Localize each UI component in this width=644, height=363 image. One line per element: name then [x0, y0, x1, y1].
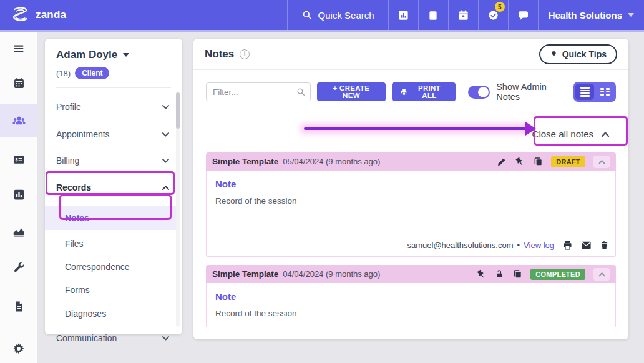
chevron-up-icon: [598, 272, 605, 277]
gear-icon: [12, 342, 26, 356]
collapse-note-button[interactable]: [593, 268, 610, 281]
note-header[interactable]: Simple Template 04/04/2024 (9 months ago…: [206, 265, 616, 283]
page-title: Notes: [205, 48, 234, 61]
sidebar-item-reports[interactable]: [0, 180, 37, 209]
filter-input[interactable]: [206, 82, 311, 101]
search-icon: [296, 87, 306, 97]
note-section-heading: Note: [207, 283, 615, 302]
brand-logo[interactable]: zanda: [0, 6, 66, 24]
sidebar-item-forms[interactable]: Forms: [45, 282, 182, 298]
create-new-button[interactable]: + CREATE NEW: [317, 82, 386, 101]
calendar-icon: [12, 77, 26, 90]
note-body: Note Record of the session: [206, 283, 616, 327]
hamburger-icon: [12, 42, 25, 55]
client-type-badge: Client: [75, 67, 109, 79]
sidebar-item-appointments[interactable]: Appointments: [45, 126, 182, 142]
sidebar-item-tools[interactable]: [0, 253, 37, 282]
scrollbar[interactable]: [176, 92, 180, 327]
top-navigation-bar: zanda Quick Search: [0, 0, 644, 30]
sidebar-item-correspondence[interactable]: Correspondence: [45, 259, 182, 275]
note-author-email: samuel@healthsolutions.com: [407, 241, 514, 250]
delete-note-icon[interactable]: [600, 240, 609, 251]
close-all-notes-label: Close all notes: [532, 129, 593, 139]
sidebar-item-analytics[interactable]: [0, 217, 37, 246]
note-body: Note Record of the session samuel@health…: [206, 171, 616, 257]
show-admin-notes-toggle[interactable]: [468, 86, 490, 99]
chevron-down-icon: [628, 13, 634, 17]
print-note-icon[interactable]: [562, 240, 573, 251]
client-age: (18): [56, 69, 71, 78]
topbar-accent-strip: [0, 30, 644, 32]
menu-label: Appointments: [56, 129, 110, 139]
show-admin-notes-label: Show Admin Notes: [496, 82, 567, 102]
quick-tips-button[interactable]: Quick Tips: [539, 44, 617, 64]
pin-icon[interactable]: [513, 154, 527, 168]
reports-button[interactable]: [388, 0, 418, 30]
sidebar-item-invoices[interactable]: $: [0, 145, 37, 174]
sidebar-item-settings[interactable]: [0, 334, 37, 363]
sidebar-item-profile[interactable]: Profile: [45, 99, 182, 115]
toggle-knob: [478, 87, 489, 97]
sidebar-item-communication[interactable]: Communication: [45, 330, 182, 346]
info-icon[interactable]: i: [240, 49, 250, 59]
account-menu[interactable]: Health Solutions: [538, 0, 644, 30]
menu-label: Records: [56, 182, 91, 192]
quick-search-label: Quick Search: [318, 10, 374, 21]
note-card: Simple Template 05/04/2024 (9 months ago…: [206, 152, 616, 257]
print-all-button[interactable]: PRINT ALL: [392, 82, 456, 101]
sidebar-item-records[interactable]: Records: [45, 179, 182, 196]
sidebar-item-calendar[interactable]: [0, 69, 37, 97]
copy-icon[interactable]: [533, 157, 543, 167]
note-header[interactable]: Simple Template 05/04/2024 (9 months ago…: [206, 152, 616, 171]
chevron-down-icon: [162, 158, 170, 164]
client-name-dropdown[interactable]: Adam Doyle: [56, 49, 171, 61]
menu-label: Files: [65, 239, 84, 249]
note-card: Simple Template 04/04/2024 (9 months ago…: [206, 265, 616, 327]
chat-bubble-icon: [517, 9, 529, 21]
bar-chart-icon: [12, 188, 26, 201]
chevron-up-icon: [601, 131, 610, 137]
app-window: zanda Quick Search: [0, 0, 644, 363]
calendar-button[interactable]: [448, 0, 478, 30]
document-icon: [12, 300, 25, 313]
chevron-down-icon: [123, 53, 129, 57]
separator-dot: •: [517, 241, 520, 250]
pin-icon[interactable]: [474, 267, 488, 281]
grid-view-button[interactable]: [595, 84, 614, 100]
edit-pencil-icon[interactable]: [497, 157, 507, 167]
copy-icon[interactable]: [512, 269, 522, 279]
quick-search-button[interactable]: Quick Search: [287, 0, 388, 30]
sidebar-item-clients[interactable]: [0, 104, 37, 137]
client-panel: Adam Doyle (18) Client Profile Appointme…: [45, 39, 182, 334]
note-date: 04/04/2024 (9 months ago): [283, 269, 380, 279]
list-view-button[interactable]: [575, 84, 594, 100]
view-log-link[interactable]: View log: [524, 241, 554, 250]
sidebar-item-documents[interactable]: [0, 292, 37, 321]
tasks-button[interactable]: 5: [478, 0, 508, 30]
menu-toggle-button[interactable]: [0, 34, 37, 63]
sidebar-item-billing[interactable]: Billing: [45, 152, 182, 169]
menu-label: Profile: [56, 102, 81, 112]
scrollbar-thumb[interactable]: [176, 92, 180, 129]
brand-name: zanda: [36, 9, 66, 21]
notes-toolbar: + CREATE NEW PRINT ALL Show Admin Notes: [206, 82, 616, 101]
sidebar-item-diagnoses[interactable]: Diagnoses: [45, 306, 182, 322]
clipboard-icon: [427, 9, 439, 21]
note-text: Record of the session: [207, 302, 615, 318]
sidebar-item-notes[interactable]: Notes: [45, 210, 182, 226]
close-all-notes-button[interactable]: Close all notes: [532, 129, 610, 139]
client-menu: Profile Appointments Billing Records Not…: [45, 87, 182, 334]
account-name: Health Solutions: [549, 10, 622, 21]
sidebar-item-files[interactable]: Files: [45, 236, 182, 252]
clipboard-button[interactable]: [418, 0, 448, 30]
note-date: 05/04/2024 (9 months ago): [283, 157, 380, 166]
collapse-note-button[interactable]: [593, 156, 610, 168]
unlock-icon[interactable]: [494, 269, 504, 279]
area-chart-icon: [12, 224, 26, 238]
notes-panel: Notes i Quick Tips + CR: [193, 39, 628, 339]
menu-label: Billing: [56, 156, 79, 166]
lightbulb-icon: [550, 49, 558, 59]
email-note-icon[interactable]: [581, 241, 592, 250]
note-text: Record of the session: [207, 189, 615, 206]
messages-button[interactable]: [508, 0, 538, 30]
